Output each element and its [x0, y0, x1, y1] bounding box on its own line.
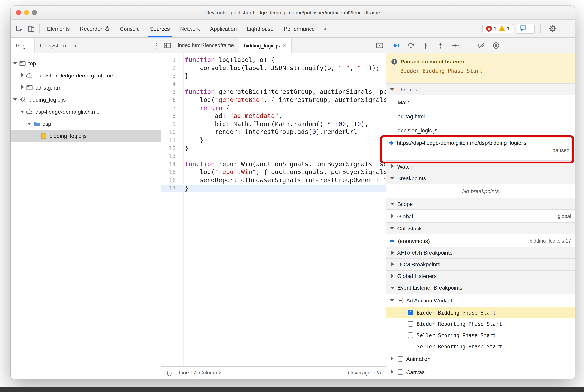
code-text: log("reportWin", { auctionSignals, perBu… — [180, 168, 386, 176]
inspect-icon[interactable] — [13, 23, 25, 34]
line-number[interactable]: 13 — [161, 152, 180, 160]
thread-item-current[interactable]: https://dsp-fledge-demo.glitch.me/dsp/bi… — [386, 138, 575, 161]
file-tree-item[interactable]: publisher-fledge-demo.glitch.me — [10, 69, 161, 81]
twisty-icon[interactable] — [390, 214, 395, 219]
open-file-navigation-icon[interactable] — [374, 40, 386, 51]
step-over-icon[interactable] — [407, 41, 415, 50]
line-number[interactable]: 7 — [161, 104, 180, 112]
step-into-icon[interactable] — [421, 41, 430, 50]
code-editor[interactable]: 1function log(label, o) {2 console.log(l… — [161, 53, 386, 366]
issues-badge[interactable]: 1 — [517, 24, 535, 34]
line-number[interactable]: 16 — [161, 176, 180, 184]
elb-event[interactable]: Seller Reporting Phase Start — [386, 341, 575, 352]
section-watch[interactable]: Watch — [386, 160, 575, 172]
navigator-kebab-icon[interactable]: ⋮ — [152, 41, 161, 50]
twisty-icon[interactable] — [27, 121, 32, 126]
section-call-stack[interactable]: Call Stack — [386, 222, 575, 234]
checkbox[interactable] — [398, 370, 403, 375]
line-number[interactable]: 8 — [161, 112, 180, 120]
section-event-listener-breakpoints[interactable]: Event Listener Breakpoints — [386, 282, 575, 294]
section-threads[interactable]: Threads — [386, 83, 575, 95]
file-tree-item[interactable]: ad-tag.html — [10, 81, 161, 94]
section-xhr-breakpoints[interactable]: XHR/fetch Breakpoints — [386, 247, 575, 259]
settings-gear-icon[interactable] — [547, 23, 558, 34]
section-global-listeners[interactable]: Global Listeners — [386, 270, 575, 282]
line-number[interactable]: 9 — [161, 120, 180, 128]
line-number[interactable]: 14 — [161, 160, 180, 168]
line-number[interactable]: 10 — [161, 128, 180, 136]
checkbox[interactable] — [408, 344, 413, 349]
close-window-button[interactable] — [16, 10, 21, 15]
file-tree-item[interactable]: bidding_logic.js — [10, 130, 161, 142]
twisty-icon[interactable] — [20, 85, 25, 90]
editor-tab-index-html[interactable]: index.html?fencedframe — [173, 38, 239, 53]
line-number[interactable]: 6 — [161, 96, 180, 104]
toolbar-tab-sources[interactable]: Sources — [145, 20, 175, 37]
twisty-icon[interactable] — [13, 97, 18, 102]
section-breakpoints[interactable]: Breakpoints — [386, 172, 575, 184]
twisty-icon[interactable] — [20, 109, 25, 114]
call-stack-frame[interactable]: (anonymous) bidding_logic.js:17 — [386, 234, 575, 247]
file-tree-item[interactable]: bidding_logic.js — [10, 94, 161, 106]
close-tab-icon[interactable]: × — [283, 42, 287, 49]
twisty-icon[interactable] — [390, 356, 395, 362]
thread-item[interactable]: Main — [386, 95, 575, 110]
checkbox[interactable] — [408, 321, 413, 327]
toolbar-tab-lighthouse[interactable]: Lighthouse — [242, 20, 279, 37]
section-dom-breakpoints[interactable]: DOM Breakpoints — [386, 258, 575, 270]
more-panels-icon[interactable]: » — [320, 25, 330, 32]
checkbox[interactable] — [398, 356, 403, 362]
elb-event[interactable]: Seller Scoring Phase Start — [386, 330, 575, 341]
errors-warnings-badge[interactable]: 1 1 — [483, 24, 513, 34]
twisty-icon[interactable] — [20, 73, 25, 78]
line-number[interactable]: 17 — [161, 184, 180, 192]
line-number[interactable]: 2 — [161, 64, 180, 72]
more-navigator-tabs-icon[interactable]: » — [71, 42, 81, 49]
toolbar-tab-console[interactable]: Console — [115, 20, 145, 37]
elb-category-canvas[interactable]: Canvas — [386, 366, 575, 379]
hide-navigator-icon[interactable] — [161, 40, 173, 51]
line-number[interactable]: 12 — [161, 144, 180, 152]
pause-on-exceptions-icon[interactable] — [492, 41, 500, 50]
checkbox[interactable] — [408, 310, 413, 316]
line-number[interactable]: 5 — [161, 88, 180, 96]
zoom-window-button[interactable] — [32, 10, 37, 15]
file-tree-item[interactable]: dsp — [10, 118, 161, 130]
pretty-print-icon[interactable]: {} — [166, 370, 173, 376]
tab-filesystem[interactable]: Filesystem — [34, 38, 71, 53]
toolbar-tab-application[interactable]: Application — [205, 20, 242, 37]
step-icon[interactable] — [451, 41, 460, 50]
elb-category-animation[interactable]: Animation — [386, 352, 575, 366]
thread-item[interactable]: ad-tag.html — [386, 110, 575, 124]
line-number[interactable]: 11 — [161, 136, 180, 144]
section-scope[interactable]: Scope — [386, 198, 575, 210]
toolbar-tab-network[interactable]: Network — [175, 20, 205, 37]
checkbox[interactable] — [408, 333, 413, 338]
thread-item[interactable]: decision_logic.js — [386, 124, 575, 138]
twisty-icon[interactable] — [390, 298, 395, 303]
elb-event[interactable]: Bidder Bidding Phase Start — [386, 307, 575, 318]
checkbox[interactable] — [398, 298, 403, 303]
kebab-menu-icon[interactable]: ⋮ — [562, 23, 571, 34]
resume-script-icon[interactable] — [392, 41, 400, 50]
line-number[interactable]: 3 — [161, 72, 180, 80]
toolbar-tab-performance[interactable]: Performance — [279, 20, 320, 37]
elb-category-ad-auction-worklet[interactable]: Ad Auction Worklet — [386, 294, 575, 307]
step-out-icon[interactable] — [436, 41, 445, 50]
editor-tab-bidding-logic[interactable]: bidding_logic.js × — [239, 38, 292, 53]
device-toolbar-icon[interactable] — [25, 23, 37, 34]
line-number[interactable]: 1 — [161, 56, 180, 64]
tab-page[interactable]: Page — [10, 38, 34, 53]
deactivate-breakpoints-icon[interactable] — [477, 41, 486, 50]
file-tree-item[interactable]: top — [10, 57, 161, 69]
minimize-window-button[interactable] — [24, 10, 29, 15]
toolbar-tab-elements[interactable]: Elements — [42, 20, 75, 37]
toolbar-tab-recorder[interactable]: Recorder — [75, 20, 115, 37]
line-number[interactable]: 15 — [161, 168, 180, 176]
scope-global-row[interactable]: Global global — [386, 210, 575, 223]
file-tree-item[interactable]: dsp-fledge-demo.glitch.me — [10, 106, 161, 118]
twisty-icon[interactable] — [13, 61, 18, 66]
line-number[interactable]: 4 — [161, 80, 180, 88]
twisty-icon[interactable] — [390, 370, 395, 375]
elb-event[interactable]: Bidder Reporting Phase Start — [386, 318, 575, 330]
